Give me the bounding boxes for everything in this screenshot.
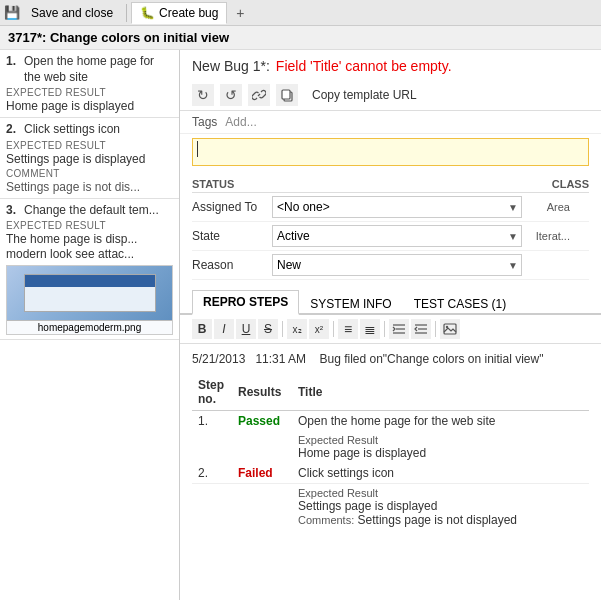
expected-1: Expected Result Home page is displayed — [292, 431, 589, 463]
table-row-1: 1. Passed Open the home page for the web… — [192, 411, 589, 432]
step-image-3: homepagemoderm.png — [6, 265, 173, 335]
tags-label: Tags — [192, 115, 217, 129]
expected-result-value-2: Settings page is displayed — [6, 152, 173, 166]
bug-title-input[interactable] — [192, 138, 589, 166]
result-2-sub — [232, 484, 292, 531]
outdent-button[interactable] — [411, 319, 431, 339]
reason-select-wrapper: New ▼ — [272, 254, 522, 276]
screenshot-bar — [25, 275, 155, 287]
superscript-button[interactable]: x² — [309, 319, 329, 339]
state-row: State Active ▼ Iterat... — [192, 222, 589, 251]
tab-repro-steps[interactable]: REPRO STEPS — [192, 290, 299, 315]
italic-button[interactable]: I — [214, 319, 234, 339]
assigned-to-select-wrapper: <No one> ▼ — [272, 196, 522, 218]
step-number-1: 1. — [6, 54, 20, 68]
create-bug-button[interactable]: 🐛 Create bug — [131, 2, 227, 24]
strikethrough-button[interactable]: S — [258, 319, 278, 339]
result-1-sub — [232, 431, 292, 463]
table-row-2-sub: Expected Result Settings page is display… — [192, 484, 589, 531]
repro-table: Step no. Results Title 1. Passed Open th… — [192, 374, 589, 530]
class-header-label: CLASS — [552, 178, 589, 190]
comment-label-2: COMMENT — [6, 168, 173, 179]
refresh-button[interactable]: ↻ — [192, 84, 214, 106]
step-item-1: 1. Open the home page for the web site E… — [0, 50, 179, 118]
step-number-2: 2. — [6, 122, 20, 136]
result-2: Failed — [232, 463, 292, 484]
reason-select[interactable]: New — [272, 254, 522, 276]
assigned-to-select[interactable]: <No one> — [272, 196, 522, 218]
step-item-3: 3. Change the default tem... EXPECTED RE… — [0, 199, 179, 341]
title-1: Open the home page for the web site — [292, 411, 589, 432]
rte-sep-4 — [435, 321, 436, 337]
assigned-to-label: Assigned To — [192, 200, 272, 214]
svg-rect-1 — [282, 90, 290, 99]
tags-row: Tags Add... — [180, 111, 601, 134]
reason-label: Reason — [192, 258, 272, 272]
expected-2: Expected Result Settings page is display… — [292, 484, 589, 531]
screenshot-body — [25, 287, 155, 311]
bug-title-error: Field 'Title' cannot be empty. — [276, 58, 452, 74]
tab-test-cases[interactable]: TEST CASES (1) — [403, 292, 517, 315]
copy-template-url-button[interactable]: Copy template URL — [304, 86, 425, 104]
title-2: Click settings icon — [292, 463, 589, 484]
add-tab-button[interactable]: + — [229, 2, 251, 24]
assigned-to-row: Assigned To <No one> ▼ Area — [192, 193, 589, 222]
state-select-wrapper: Active ▼ — [272, 225, 522, 247]
underline-button[interactable]: U — [236, 319, 256, 339]
bug-filed-date: 5/21/2013 11:31 AM Bug filed on"Change c… — [192, 352, 589, 366]
rte-toolbar: B I U S x₂ x² ≡ ≣ — [180, 315, 601, 344]
step-text-2: Click settings icon — [24, 122, 120, 138]
col-header-results: Results — [232, 374, 292, 411]
table-row-1-sub: Expected Result Home page is displayed — [192, 431, 589, 463]
step-item-2: 2. Click settings icon EXPECTED RESULT S… — [0, 118, 179, 199]
ul-button[interactable]: ≣ — [360, 319, 380, 339]
rte-sep-3 — [384, 321, 385, 337]
bug-title-new: New Bug 1*: — [192, 58, 270, 74]
content-layout: 1. Open the home page for the web site E… — [0, 50, 601, 600]
tabs-bar: REPRO STEPS SYSTEM INFO TEST CASES (1) — [180, 290, 601, 315]
svg-rect-8 — [444, 324, 456, 334]
table-row-2: 2. Failed Click settings icon — [192, 463, 589, 484]
undo-button[interactable]: ↺ — [220, 84, 242, 106]
state-select[interactable]: Active — [272, 225, 522, 247]
comment-value-2: Settings page is not dis... — [6, 180, 173, 194]
step-text-1: Open the home page for the web site — [24, 54, 173, 85]
status-header-label: STATUS — [192, 178, 234, 190]
bold-button[interactable]: B — [192, 319, 212, 339]
main-title: 3717*: Change colors on initial view — [0, 26, 601, 50]
link-button[interactable] — [248, 84, 270, 106]
step-no-1-sub — [192, 431, 232, 463]
left-panel: 1. Open the home page for the web site E… — [0, 50, 180, 600]
bug-icon-toolbar: ↻ ↺ Copy template URL — [180, 80, 601, 111]
area-label: Area — [530, 201, 570, 213]
expected-value-1: Home page is displayed — [298, 446, 583, 460]
bug-title-bar: New Bug 1*: Field 'Title' cannot be empt… — [180, 50, 601, 80]
expected-result-label-3: EXPECTED RESULT — [6, 220, 173, 231]
ol-button[interactable]: ≡ — [338, 319, 358, 339]
tags-add-button[interactable]: Add... — [225, 115, 256, 129]
bug-icon: 🐛 — [140, 6, 155, 20]
main-toolbar: 💾 Save and close 🐛 Create bug + — [0, 0, 601, 26]
copy-button[interactable] — [276, 84, 298, 106]
comment-label-2: Comments: — [298, 514, 354, 526]
expected-result-label-2: EXPECTED RESULT — [6, 140, 173, 151]
step-no-2: 2. — [192, 463, 232, 484]
subscript-button[interactable]: x₂ — [287, 319, 307, 339]
col-header-step: Step no. — [192, 374, 232, 411]
comment-value-2: Settings page is not displayed — [358, 513, 517, 527]
iter-label: Iterat... — [530, 230, 570, 242]
toolbar-separator — [126, 4, 127, 22]
indent-button[interactable] — [389, 319, 409, 339]
state-label: State — [192, 229, 272, 243]
tab-system-info[interactable]: SYSTEM INFO — [299, 292, 402, 315]
expected-result-label-1: EXPECTED RESULT — [6, 87, 173, 98]
right-panel: New Bug 1*: Field 'Title' cannot be empt… — [180, 50, 601, 600]
image-button[interactable] — [440, 319, 460, 339]
save-and-close-button[interactable]: Save and close — [22, 2, 122, 24]
status-section: STATUS CLASS Assigned To <No one> ▼ Area… — [180, 170, 601, 284]
expected-result-value-1: Home page is displayed — [6, 99, 173, 113]
result-badge-2: Failed — [238, 466, 273, 480]
step-no-1: 1. — [192, 411, 232, 432]
reason-row: Reason New ▼ — [192, 251, 589, 280]
step-no-2-sub — [192, 484, 232, 531]
